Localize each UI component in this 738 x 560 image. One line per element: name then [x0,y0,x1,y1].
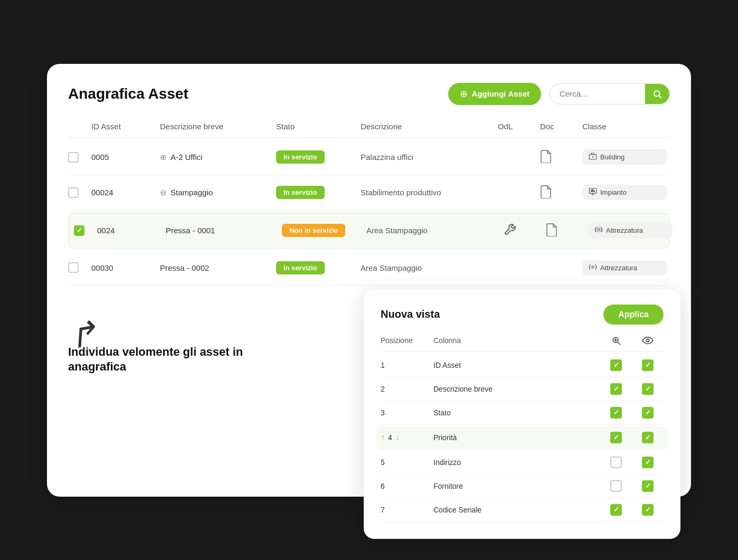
class-icon-1 [589,152,597,162]
table-header: ID Asset Descrizione breve Stato Descriz… [68,122,670,138]
panel-search-2[interactable] [600,383,632,395]
asset-desc-text-2: Stampaggio [171,188,213,197]
svg-point-8 [592,266,594,268]
desc-icon-2: ⊖ [160,188,167,197]
row-checkbox-4[interactable] [68,262,79,273]
panel-pos-1: 1 [381,361,433,369]
panel-row-1: 1 ID Asset [381,354,664,377]
panel-col-name-3: Stato [433,409,600,417]
class-badge-4: Attrezzatura [582,260,667,276]
svg-rect-5 [589,188,596,193]
panel-visible-1[interactable] [632,359,664,371]
panel-col-colonna: Colonna [433,336,600,345]
asset-desc-text-3: Pressa - 0001 [166,226,215,235]
panel-search-6[interactable] [600,480,632,492]
panel-col-name-2: Descrizione breve [433,385,600,393]
panel-search-7[interactable] [600,504,632,516]
class-label-4: Attrezzatura [600,264,637,272]
header-right: ⊕ Aggiungi Asset [448,83,670,105]
class-label-1: Building [600,153,625,161]
panel-header: Nuova vista Applica [381,305,664,325]
asset-id-2: 00024 [91,188,160,197]
panel-table-header: Posizione Colonna [381,335,664,352]
search-wrap [550,83,670,105]
panel-row-4: ↑ 4 ↓ Priorità [376,426,668,450]
search-input[interactable] [550,84,645,103]
odl-cell-3 [504,223,546,238]
panel-pos-7: 7 [381,506,433,514]
asset-desc-2: ⊖ Stampaggio [160,188,276,197]
panel-search-5[interactable] [600,457,632,468]
panel-pos-2: 2 [381,385,433,393]
asset-description-4: Area Stampaggio [361,263,498,272]
asset-desc-1: ⊕ A-2 Uffici [160,153,276,162]
asset-description-3: Area Stampaggio [366,226,504,235]
panel-visible-7[interactable] [632,504,664,516]
panel-col-posizione: Posizione [381,336,433,345]
panel-visible-2[interactable] [632,383,664,395]
asset-id-4: 00030 [91,263,160,272]
header: Anagrafica Asset ⊕ Aggiungi Asset [68,83,670,105]
col-stato: Stato [276,122,361,131]
asset-desc-text-4: Pressa - 0002 [160,263,209,272]
panel-pos-num-4: 4 [388,433,392,442]
bottom-section: ↱ Individua velomente gli asset in anagr… [68,295,670,375]
applica-button[interactable]: Applica [603,305,664,325]
panel-row-3: 3 Stato [381,401,664,425]
svg-point-6 [598,229,600,231]
panel-col-name-6: Fornitore [433,482,600,490]
panel-row-2: 2 Descrizione breve [381,377,664,401]
panel-row-6: 6 Fornitore [381,474,664,498]
svg-line-10 [618,342,620,344]
panel-col-search-icon [600,335,632,346]
add-asset-button[interactable]: ⊕ Aggiungi Asset [448,83,541,105]
class-icon-3 [594,225,603,235]
class-badge-3: Attrezzatura [588,223,673,238]
row-checkbox-1[interactable] [68,152,79,163]
arrow-down-4[interactable]: ↓ [395,433,400,442]
panel-col-name-7: Codice Seriale [433,506,600,514]
asset-id-1: 0005 [91,153,160,162]
svg-line-1 [659,96,661,98]
class-label-3: Attrezzatura [606,226,643,234]
main-card: Anagrafica Asset ⊕ Aggiungi Asset ID Ass… [47,64,691,497]
panel-search-1[interactable] [600,359,632,371]
asset-description-2: Stabilimento produttivo [361,188,498,197]
panel-pos-5: 5 [381,458,433,467]
panel-row-7: 7 Codice Seriale [381,498,664,522]
class-icon-4 [589,263,597,273]
class-icon-2 [589,187,597,197]
panel-visible-4[interactable] [632,432,664,443]
table-row-3: 0024 Pressa - 0001 Non in servizio Area … [68,213,670,249]
col-desc-breve: Descrizione breve [160,122,276,131]
asset-desc-3: Pressa - 0001 [166,226,282,235]
status-badge-4: In servizio [276,261,325,274]
nuova-vista-panel: Nuova vista Applica Posizione Colonna [364,290,680,539]
asset-desc-4: Pressa - 0002 [160,263,276,272]
left-promo: ↱ Individua velomente gli asset in anagr… [68,295,248,375]
doc-cell-3 [546,223,588,239]
class-badge-2: Impianto [582,185,667,200]
panel-search-4[interactable] [600,432,632,443]
table-row: 0005 ⊕ A-2 Uffici In servizio Palazzina … [68,140,670,175]
panel-visible-6[interactable] [632,480,664,492]
panel-row-5: 5 Indirizzo [381,451,664,474]
search-button[interactable] [645,84,669,104]
table-row-2: 00024 ⊖ Stampaggio In servizio Stabilime… [68,175,670,211]
panel-title: Nuova vista [381,308,440,320]
add-asset-label: Aggiungi Asset [472,89,529,98]
status-badge-3: Non in servizio [282,224,345,237]
panel-visible-3[interactable] [632,407,664,419]
row-checkbox-2[interactable] [68,187,79,198]
panel-visible-5[interactable] [632,457,664,468]
arrow-up-4[interactable]: ↑ [381,433,385,442]
panel-col-visible-icon [632,336,664,345]
panel-col-name-5: Indirizzo [433,458,600,467]
svg-point-7 [596,227,601,232]
class-badge-1: Building [582,149,667,165]
doc-cell-1 [540,149,582,165]
class-label-2: Impianto [600,188,627,196]
row-checkbox-3[interactable] [74,225,84,236]
panel-search-3[interactable] [600,407,632,419]
status-badge-1: In servizio [276,150,325,164]
